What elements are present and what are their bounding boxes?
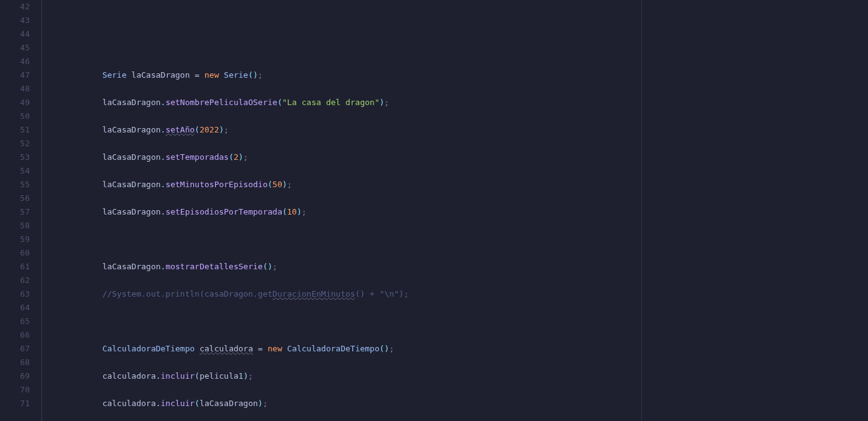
- line-number: 55: [4, 178, 30, 192]
- line-number: 46: [4, 55, 30, 68]
- line-number: 45: [4, 41, 30, 55]
- line-number: 51: [4, 123, 30, 137]
- code-line[interactable]: laCasaDragon.setAño(2022);: [63, 123, 868, 137]
- line-number: 52: [4, 137, 30, 150]
- line-number: 43: [4, 14, 30, 27]
- code-line[interactable]: [63, 315, 868, 328]
- code-line[interactable]: calculadora.incluir(laCasaDragon);: [63, 397, 868, 410]
- code-line[interactable]: //System.out.println(casaDragon.getDurac…: [63, 287, 868, 301]
- line-number: 47: [4, 68, 30, 82]
- line-number: 70: [4, 383, 30, 397]
- code-line[interactable]: calculadora.incluir(pelicula1);: [63, 369, 868, 383]
- margin-guide: [641, 0, 642, 421]
- code-editor: 42 43 44 45 46 47 48 49 50 51 52 53 54 5…: [0, 0, 868, 421]
- line-number: 42: [4, 0, 30, 14]
- code-line[interactable]: [63, 14, 868, 27]
- line-number: 59: [4, 233, 30, 246]
- line-number: 65: [4, 315, 30, 328]
- line-number: 62: [4, 274, 30, 287]
- line-number: 63: [4, 287, 30, 301]
- line-gutter: 42 43 44 45 46 47 48 49 50 51 52 53 54 5…: [0, 0, 41, 421]
- line-number: 66: [4, 328, 30, 342]
- code-line[interactable]: laCasaDragon.setMinutosPorEpisodio(50);: [63, 178, 868, 192]
- line-number: 44: [4, 27, 30, 41]
- code-area[interactable]: Serie laCasaDragon = new Serie(); laCasa…: [42, 0, 868, 421]
- line-number: 53: [4, 150, 30, 164]
- code-line[interactable]: laCasaDragon.setNombrePeliculaOSerie("La…: [63, 96, 868, 109]
- code-line[interactable]: CalculadoraDeTiempo calculadora = new Ca…: [63, 342, 868, 356]
- code-content[interactable]: Serie laCasaDragon = new Serie(); laCasa…: [42, 0, 868, 421]
- line-number: 50: [4, 109, 30, 123]
- line-number: 56: [4, 192, 30, 205]
- line-number: 60: [4, 246, 30, 260]
- line-number: 69: [4, 369, 30, 383]
- line-number: 54: [4, 164, 30, 178]
- code-line[interactable]: laCasaDragon.setTemporadas(2);: [63, 150, 868, 164]
- line-number: 49: [4, 96, 30, 109]
- line-number: 57: [4, 205, 30, 219]
- code-line[interactable]: Serie laCasaDragon = new Serie();: [63, 68, 868, 82]
- code-line[interactable]: [63, 233, 868, 246]
- code-line[interactable]: laCasaDragon.mostrarDetallesSerie();: [63, 260, 868, 274]
- line-number: 61: [4, 260, 30, 274]
- line-number: 58: [4, 219, 30, 233]
- line-number: 48: [4, 82, 30, 96]
- line-number: 64: [4, 301, 30, 315]
- code-line[interactable]: [63, 41, 868, 55]
- line-number: 68: [4, 356, 30, 369]
- line-number: 67: [4, 342, 30, 356]
- line-number: 71: [4, 397, 30, 410]
- code-line[interactable]: laCasaDragon.setEpisodiosPorTemporada(10…: [63, 205, 868, 219]
